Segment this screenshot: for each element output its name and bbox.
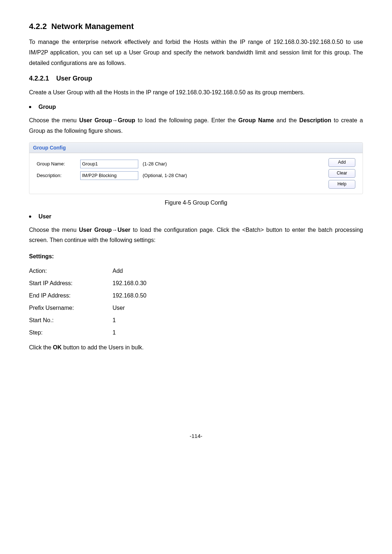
help-button[interactable]: Help bbox=[328, 180, 355, 189]
intro-paragraph: To manage the enterprise network effecti… bbox=[29, 37, 363, 68]
setting-label: End IP Address: bbox=[29, 292, 113, 299]
subsection-number: 4.2.2.1 bbox=[29, 75, 49, 82]
user-paragraph: Choose the menu User Group→User to load … bbox=[29, 225, 363, 246]
group-config-panel: Group Config Group Name: (1-28 Char) Des… bbox=[29, 142, 363, 194]
setting-label: Prefix Username: bbox=[29, 305, 113, 311]
setting-row: Prefix Username:User bbox=[29, 305, 363, 311]
settings-header: Settings: bbox=[29, 251, 363, 262]
description-hint: (Optional, 1-28 Char) bbox=[143, 173, 187, 178]
subsection-heading: 4.2.2.1 User Group bbox=[29, 75, 363, 82]
settings-block: Action:Add Start IP Address:192.168.0.30… bbox=[29, 268, 363, 336]
menu-path: User Group→Group bbox=[79, 117, 135, 123]
description-row: Description: (Optional, 1-28 Char) bbox=[37, 171, 323, 180]
group-name-input[interactable] bbox=[80, 160, 138, 168]
section-title: Network Management bbox=[51, 22, 134, 31]
settings-label: Settings: bbox=[29, 253, 54, 259]
text: button to add the Users in bulk. bbox=[62, 344, 144, 350]
setting-value: 1 bbox=[113, 317, 116, 324]
menu-path: User Group→User bbox=[79, 227, 130, 233]
subsection-title: User Group bbox=[56, 75, 92, 82]
setting-label: Start IP Address: bbox=[29, 280, 113, 287]
group-name-label: Group Name: bbox=[37, 161, 80, 167]
panel-header: Group Config bbox=[29, 143, 363, 153]
setting-row: Start No.:1 bbox=[29, 317, 363, 324]
group-name-row: Group Name: (1-28 Char) bbox=[37, 160, 323, 168]
figure-caption: Figure 4-5 Group Config bbox=[29, 198, 363, 208]
ok-button-ref: OK bbox=[53, 344, 62, 350]
setting-value: 192.168.0.50 bbox=[113, 292, 146, 299]
panel-body: Group Name: (1-28 Char) Description: (Op… bbox=[29, 153, 363, 194]
bullet-dot-icon bbox=[29, 106, 31, 108]
setting-row: Action:Add bbox=[29, 268, 363, 274]
text: and the bbox=[274, 117, 299, 123]
bullet-group: Group bbox=[29, 104, 363, 110]
bullet-dot-icon bbox=[29, 216, 31, 218]
clear-button[interactable]: Clear bbox=[328, 169, 355, 178]
setting-value: Add bbox=[113, 268, 123, 274]
subsection-text: Create a User Group with all the Hosts i… bbox=[29, 87, 363, 98]
page-number: -114- bbox=[29, 433, 363, 439]
setting-row: End IP Address:192.168.0.50 bbox=[29, 292, 363, 299]
text: Click the bbox=[29, 344, 53, 350]
setting-label: Action: bbox=[29, 268, 113, 274]
field-name: Description bbox=[299, 117, 331, 123]
bullet-group-label: Group bbox=[38, 104, 56, 110]
button-column: Add Clear Help bbox=[323, 157, 355, 189]
description-input[interactable] bbox=[80, 171, 138, 180]
bullet-user-label: User bbox=[38, 213, 52, 220]
form-column: Group Name: (1-28 Char) Description: (Op… bbox=[37, 157, 323, 189]
setting-row: Start IP Address:192.168.0.30 bbox=[29, 280, 363, 287]
add-button[interactable]: Add bbox=[328, 158, 355, 167]
setting-value: 192.168.0.30 bbox=[113, 280, 146, 287]
final-paragraph: Click the OK button to add the Users in … bbox=[29, 342, 363, 353]
group-name-hint: (1-28 Char) bbox=[143, 161, 167, 167]
field-name: Group Name bbox=[238, 117, 274, 123]
setting-value: 1 bbox=[113, 329, 116, 336]
bullet-user: User bbox=[29, 213, 363, 220]
setting-label: Step: bbox=[29, 329, 113, 336]
setting-row: Step:1 bbox=[29, 329, 363, 336]
group-paragraph: Choose the menu User Group→Group to load… bbox=[29, 115, 363, 136]
section-heading: 4.2.2 Network Management bbox=[29, 22, 363, 31]
setting-label: Start No.: bbox=[29, 317, 113, 324]
section-number: 4.2.2 bbox=[29, 22, 47, 31]
text: Choose the menu bbox=[29, 227, 79, 233]
text: Choose the menu bbox=[29, 117, 79, 123]
setting-value: User bbox=[113, 305, 125, 311]
text: to load the following page. Enter the bbox=[135, 117, 238, 123]
description-label: Description: bbox=[37, 173, 80, 178]
